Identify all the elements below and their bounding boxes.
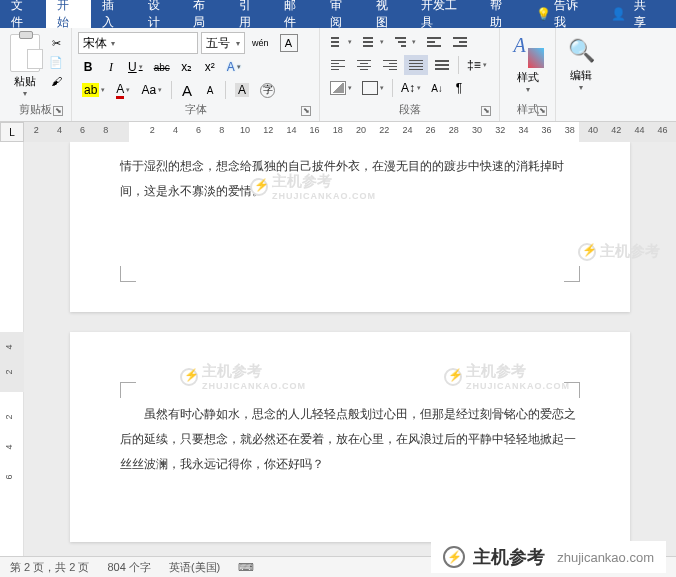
tab-devtools[interactable]: 开发工具 (410, 0, 479, 28)
horizontal-ruler[interactable]: 8642246810121416182022242628303234363840… (24, 122, 676, 142)
chevron-down-icon: ▾ (380, 84, 384, 92)
text-direction-button[interactable]: A↕▾ (397, 78, 425, 98)
font-name-value: 宋体 (83, 35, 107, 52)
chevron-down-icon: ▾ (111, 39, 115, 48)
format-painter-button[interactable]: 🖌 (47, 73, 65, 89)
separator (458, 56, 459, 74)
tab-insert[interactable]: 插入 (91, 0, 137, 28)
subscript-button[interactable]: x₂ (177, 57, 197, 77)
font-launcher[interactable]: ⬊ (301, 106, 311, 116)
editing-button[interactable]: 🔍 编辑 ▾ (562, 32, 600, 115)
paragraph-launcher[interactable]: ⬊ (481, 106, 491, 116)
menu-bar: 文件 开始 插入 设计 布局 引用 邮件 审阅 视图 开发工具 帮助 💡 告诉我… (0, 0, 676, 28)
show-marks-button[interactable]: ¶ (449, 78, 469, 98)
grow-font-button[interactable]: A (177, 80, 197, 100)
color-label: A (116, 82, 124, 99)
superscript-button[interactable]: x² (200, 57, 220, 77)
tab-tellme[interactable]: 💡 告诉我 (525, 0, 600, 28)
tab-review[interactable]: 审阅 (319, 0, 365, 28)
status-page[interactable]: 第 2 页，共 2 页 (10, 560, 89, 575)
bold-button[interactable]: B (78, 57, 98, 77)
chevron-down-icon: ▾ (23, 89, 27, 98)
pinyin-label: wén (252, 38, 269, 48)
font-size-combo[interactable]: 五号▾ (201, 32, 245, 54)
strike-button[interactable]: abc (150, 57, 174, 77)
tab-mailings[interactable]: 邮件 (273, 0, 319, 28)
clipboard-launcher[interactable]: ⬊ (53, 106, 63, 116)
page-2[interactable]: 主机参考ZHUJICANKAO.COM 主机参考ZHUJICANKAO.COM … (70, 332, 630, 542)
tab-design[interactable]: 设计 (137, 0, 183, 28)
sort-icon: A↓ (431, 83, 443, 94)
align-justify-button[interactable] (404, 55, 428, 75)
tab-help[interactable]: 帮助 (479, 0, 525, 28)
text-direction-icon: A↕ (401, 81, 415, 95)
chevron-down-icon: ▾ (417, 84, 421, 92)
shrink-font-button[interactable]: A (200, 80, 220, 100)
share-button[interactable]: 👤 共享 (600, 0, 676, 31)
font-color-button[interactable]: A▾ (112, 80, 134, 100)
multilevel-button[interactable]: ▾ (390, 32, 420, 52)
align-right-icon (382, 58, 398, 72)
chevron-down-icon: ▾ (526, 85, 530, 94)
page-1[interactable]: 主机参考ZHUJICANKAO.COM 主机参考 情于湿烈的想念，想念给孤独的自… (70, 142, 630, 312)
group-editing: 🔍 编辑 ▾ (556, 28, 606, 121)
chevron-down-icon: ▾ (158, 86, 162, 94)
bullets-button[interactable]: ▾ (326, 32, 356, 52)
copy-button[interactable]: 📄 (47, 54, 65, 70)
status-language[interactable]: 英语(美国) (169, 560, 220, 575)
sort-button[interactable]: A↓ (427, 78, 447, 98)
cut-button[interactable]: ✂ (47, 35, 65, 51)
boxed-a-icon: A (280, 34, 298, 52)
shading-button[interactable]: ▾ (326, 78, 356, 98)
bullets-icon (330, 35, 346, 49)
align-center-button[interactable] (352, 55, 376, 75)
underline-button[interactable]: U▾ (124, 57, 147, 77)
styles-button[interactable]: 样式 ▾ (506, 32, 549, 100)
styles-btn-label: 样式 (517, 70, 539, 85)
page-1-text[interactable]: 情于湿烈的想念，想念给孤独的自己披件外衣，在漫无目的的踱步中快速的消耗掉时间，这… (70, 142, 630, 216)
paste-button[interactable]: 粘贴 ▾ (6, 32, 43, 100)
styles-launcher[interactable]: ⬊ (537, 106, 547, 116)
clipboard-group-label: 剪贴板 (19, 103, 52, 115)
char-shading-button[interactable]: A (231, 80, 253, 100)
vertical-ruler[interactable]: 42246 (0, 142, 24, 556)
enclose-char-button[interactable]: 字 (256, 80, 279, 100)
char-border-button[interactable]: A (276, 33, 302, 53)
borders-button[interactable]: ▾ (358, 78, 388, 98)
attribution-domain: zhujicankao.com (557, 550, 654, 565)
tab-file[interactable]: 文件 (0, 0, 46, 28)
phonetic-guide-button[interactable]: wén (248, 33, 273, 53)
tab-view[interactable]: 视图 (365, 0, 411, 28)
italic-button[interactable]: I (101, 57, 121, 77)
text-effects-button[interactable]: A▾ (223, 57, 245, 77)
highlight-label: ab (82, 83, 99, 97)
pilcrow-icon: ¶ (456, 81, 462, 95)
status-input-mode[interactable]: ⌨ (238, 561, 254, 574)
crop-mark (564, 266, 580, 282)
crop-mark (564, 382, 580, 398)
chevron-down-icon: ▾ (348, 84, 352, 92)
change-case-button[interactable]: Aa▾ (137, 80, 166, 100)
crop-mark (120, 382, 136, 398)
chevron-down-icon: ▾ (579, 83, 583, 92)
tab-home[interactable]: 开始 (46, 0, 92, 28)
increase-indent-button[interactable] (448, 32, 472, 52)
tellme-label: 告诉我 (554, 0, 589, 31)
ruler-tab-selector[interactable]: L (0, 122, 24, 142)
effect-label: A (227, 60, 235, 74)
line-spacing-button[interactable]: ‡≡▾ (463, 55, 491, 75)
numbering-button[interactable]: ▾ (358, 32, 388, 52)
tab-layout[interactable]: 布局 (182, 0, 228, 28)
decrease-indent-button[interactable] (422, 32, 446, 52)
align-right-button[interactable] (378, 55, 402, 75)
font-name-combo[interactable]: 宋体▾ (78, 32, 198, 54)
tab-references[interactable]: 引用 (228, 0, 274, 28)
align-distribute-button[interactable] (430, 55, 454, 75)
group-clipboard: 粘贴 ▾ ✂ 📄 🖌 剪贴板⬊ (0, 28, 72, 121)
page-2-text[interactable]: 虽然有时心静如水，思念的人儿轻轻点般划过心田，但那是经过刻骨铭心的爱恋之后的延续… (70, 332, 630, 490)
align-left-button[interactable] (326, 55, 350, 75)
case-label: Aa (141, 83, 156, 97)
borders-icon (362, 81, 378, 95)
status-words[interactable]: 804 个字 (107, 560, 150, 575)
highlight-button[interactable]: ab▾ (78, 80, 109, 100)
